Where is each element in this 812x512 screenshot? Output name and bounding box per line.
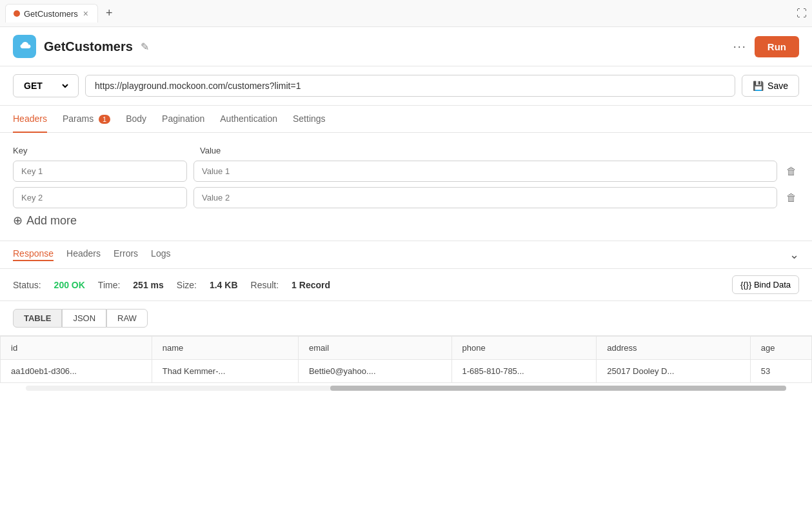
time-value: 251 ms	[133, 280, 163, 290]
table-header-row: id name email phone address age	[1, 337, 812, 360]
header-actions: ··· Run	[733, 36, 799, 57]
time-label: Time:	[98, 280, 120, 290]
tab-label: GetCustomers	[24, 9, 78, 19]
tab-close-button[interactable]: ×	[82, 8, 90, 19]
request-tabs: Headers Params 1 Body Pagination Authent…	[0, 106, 812, 133]
tab-pagination[interactable]: Pagination	[162, 106, 204, 133]
scrollbar-thumb	[330, 386, 786, 391]
collapse-button[interactable]: ⌄	[789, 248, 799, 262]
request-body: Key Value 🗑 🗑 ⊕ Add more	[0, 133, 812, 241]
tab-bar: GetCustomers × + ⛶	[0, 0, 812, 27]
method-dropdown[interactable]: GETPOSTPUTPATCHDELETE	[21, 80, 70, 92]
col-age: age	[750, 337, 811, 360]
view-table-button[interactable]: TABLE	[13, 309, 62, 328]
cloud-icon	[13, 35, 36, 58]
cell-age: 53	[750, 360, 811, 383]
size-value: 1.4 KB	[210, 280, 238, 290]
tab-headers[interactable]: Headers	[13, 106, 47, 133]
tab-settings[interactable]: Settings	[293, 106, 326, 133]
response-meta: Status: 200 OK Time: 251 ms Size: 1.4 KB…	[0, 269, 812, 301]
url-bar: GETPOSTPUTPATCHDELETE 💾 Save	[0, 66, 812, 106]
add-more-label: Add more	[26, 214, 77, 228]
key-input-2[interactable]	[13, 187, 187, 208]
tab-body[interactable]: Body	[126, 106, 146, 133]
cell-email: Bettie0@yahoo....	[298, 360, 451, 383]
value-label: Value	[200, 146, 799, 155]
add-more-button[interactable]: ⊕ Add more	[13, 213, 799, 228]
tab-dot-icon	[14, 10, 20, 17]
key-input-1[interactable]	[13, 161, 187, 182]
bind-data-button[interactable]: {{}} Bind Data	[732, 275, 799, 294]
result-value: 1 Record	[292, 280, 330, 290]
size-label: Size:	[177, 280, 197, 290]
col-address: address	[597, 337, 751, 360]
cell-phone: 1-685-810-785...	[451, 360, 597, 383]
res-tab-errors[interactable]: Errors	[114, 248, 138, 261]
cell-address: 25017 Dooley D...	[597, 360, 751, 383]
status-label: Status:	[13, 280, 41, 290]
edit-icon[interactable]: ✎	[141, 41, 149, 53]
tab-bar-left: GetCustomers × +	[5, 4, 118, 23]
add-more-icon: ⊕	[13, 213, 23, 228]
res-tab-response[interactable]: Response	[13, 248, 54, 261]
app-title: GetCustomers	[44, 39, 133, 54]
result-label: Result:	[251, 280, 279, 290]
view-raw-button[interactable]: RAW	[106, 309, 148, 328]
tab-getcustomers[interactable]: GetCustomers ×	[5, 4, 98, 23]
status-value: 200 OK	[54, 280, 85, 290]
view-format-buttons: TABLE JSON RAW	[0, 301, 812, 336]
response-tabs: Response Headers Errors Logs	[13, 248, 170, 261]
run-button[interactable]: Run	[755, 36, 799, 57]
method-select[interactable]: GETPOSTPUTPATCHDELETE	[13, 74, 79, 97]
tab-add-button[interactable]: +	[101, 4, 118, 23]
value-input-2[interactable]	[193, 187, 777, 208]
data-table: id name email phone address age aa1d0eb1…	[0, 336, 812, 383]
cell-id: aa1d0eb1-d306...	[1, 360, 152, 383]
save-disk-icon: 💾	[753, 81, 764, 91]
col-name: name	[152, 337, 298, 360]
response-panel: Response Headers Errors Logs ⌄ Status: 2…	[0, 241, 812, 395]
field-headers: Key Value	[13, 146, 799, 155]
res-tab-headers[interactable]: Headers	[66, 248, 101, 261]
delete-row-2-button[interactable]: 🗑	[784, 190, 799, 206]
more-button[interactable]: ···	[733, 40, 747, 54]
view-json-button[interactable]: JSON	[62, 309, 106, 328]
app-header: GetCustomers ✎ ··· Run	[0, 27, 812, 66]
header-row-2: 🗑	[13, 187, 799, 208]
cell-name: Thad Kemmer-...	[152, 360, 298, 383]
tab-params[interactable]: Params 1	[63, 106, 110, 133]
data-table-wrapper: id name email phone address age aa1d0eb1…	[0, 336, 812, 395]
save-label: Save	[767, 81, 788, 91]
expand-icon[interactable]: ⛶	[797, 8, 807, 19]
save-button[interactable]: 💾 Save	[742, 75, 799, 97]
url-input[interactable]	[85, 75, 735, 97]
response-header: Response Headers Errors Logs ⌄	[0, 241, 812, 269]
col-id: id	[1, 337, 152, 360]
horizontal-scrollbar[interactable]	[26, 386, 786, 391]
col-phone: phone	[451, 337, 597, 360]
table-row: aa1d0eb1-d306... Thad Kemmer-... Bettie0…	[1, 360, 812, 383]
value-input-1[interactable]	[193, 161, 777, 182]
header-left: GetCustomers ✎	[13, 35, 149, 58]
tab-authentication[interactable]: Authentication	[220, 106, 277, 133]
col-email: email	[298, 337, 451, 360]
header-row-1: 🗑	[13, 161, 799, 182]
key-label: Key	[13, 146, 193, 155]
res-tab-logs[interactable]: Logs	[151, 248, 170, 261]
delete-row-1-button[interactable]: 🗑	[784, 163, 799, 180]
